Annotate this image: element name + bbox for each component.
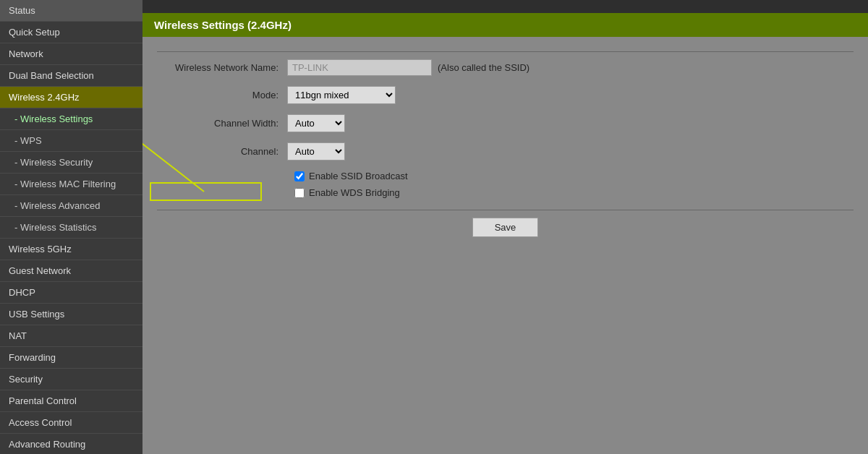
- sidebar-item-usb-settings[interactable]: USB Settings: [0, 304, 142, 325]
- network-name-label: Wireless Network Name:: [157, 62, 287, 73]
- save-btn-wrapper: Save: [157, 218, 854, 237]
- main-content: Wireless Settings (2.4GHz) Wireless Netw…: [142, 0, 868, 454]
- sidebar-item-wireless-advanced[interactable]: - Wireless Advanced: [0, 195, 142, 217]
- mode-label: Mode:: [157, 90, 287, 100]
- wds-bridging-label: Enable WDS Bridging: [309, 187, 400, 198]
- sidebar-item-wireless-24[interactable]: Wireless 2.4GHz: [0, 87, 142, 108]
- mode-select[interactable]: 11bgn mixed 11bg mixed 11b only 11g only…: [287, 86, 396, 104]
- sidebar-item-advanced-routing[interactable]: Advanced Routing: [0, 434, 142, 454]
- page-header: Wireless Settings (2.4GHz): [142, 13, 868, 37]
- channel-select[interactable]: Auto 123 456 789 1011: [287, 142, 345, 160]
- ssid-broadcast-checkbox[interactable]: [294, 171, 305, 181]
- sidebar-item-wireless-settings[interactable]: - Wireless Settings: [0, 108, 142, 130]
- top-bar: [142, 0, 868, 13]
- save-button[interactable]: Save: [472, 218, 539, 237]
- network-name-row: Wireless Network Name: (Also called the …: [157, 59, 854, 76]
- ssid-broadcast-row: Enable SSID Broadcast: [294, 171, 854, 181]
- checkboxes-wrapper: Enable SSID Broadcast Enable WDS Bridgin…: [294, 171, 854, 198]
- sidebar-item-dual-band[interactable]: Dual Band Selection: [0, 65, 142, 87]
- mode-row: Mode: 11bgn mixed 11bg mixed 11b only 11…: [157, 86, 854, 104]
- sidebar-item-network[interactable]: Network: [0, 43, 142, 65]
- channel-width-label: Channel Width:: [157, 118, 287, 129]
- ssid-broadcast-label: Enable SSID Broadcast: [309, 171, 408, 181]
- sidebar-item-parental-control[interactable]: Parental Control: [0, 390, 142, 412]
- wds-bridging-row: Enable WDS Bridging: [294, 187, 854, 198]
- sidebar-item-guest-network[interactable]: Guest Network: [0, 260, 142, 282]
- channel-row: Channel: Auto 123 456 789 1011: [157, 142, 854, 160]
- content-area: Wireless Network Name: (Also called the …: [142, 37, 868, 454]
- channel-width-control: Auto 20MHz 40MHz: [287, 114, 345, 132]
- sidebar-item-forwarding[interactable]: Forwarding: [0, 347, 142, 369]
- mode-control: 11bgn mixed 11bg mixed 11b only 11g only…: [287, 86, 396, 104]
- channel-control: Auto 123 456 789 1011: [287, 142, 345, 160]
- sidebar-item-wireless-security[interactable]: - Wireless Security: [0, 152, 142, 174]
- channel-width-row: Channel Width: Auto 20MHz 40MHz: [157, 114, 854, 132]
- sidebar-item-wireless-mac[interactable]: - Wireless MAC Filtering: [0, 174, 142, 195]
- wds-bridging-checkbox[interactable]: [294, 188, 305, 198]
- sidebar-item-wireless-stats[interactable]: - Wireless Statistics: [0, 217, 142, 239]
- sidebar-item-access-control[interactable]: Access Control: [0, 412, 142, 434]
- sidebar-item-quick-setup[interactable]: Quick Setup: [0, 22, 142, 43]
- sidebar-item-wps[interactable]: - WPS: [0, 130, 142, 152]
- sidebar-item-security[interactable]: Security: [0, 369, 142, 390]
- sidebar-item-nat[interactable]: NAT: [0, 325, 142, 347]
- sidebar: StatusQuick SetupNetworkDual Band Select…: [0, 0, 142, 454]
- sidebar-item-status[interactable]: Status: [0, 0, 142, 22]
- channel-label: Channel:: [157, 146, 287, 157]
- ssid-hint: (Also called the SSID): [438, 62, 529, 73]
- network-name-control: (Also called the SSID): [287, 59, 529, 76]
- sidebar-item-wireless-5g[interactable]: Wireless 5GHz: [0, 239, 142, 260]
- sidebar-item-dhcp[interactable]: DHCP: [0, 282, 142, 304]
- network-name-input[interactable]: [287, 59, 432, 76]
- channel-width-select[interactable]: Auto 20MHz 40MHz: [287, 114, 345, 132]
